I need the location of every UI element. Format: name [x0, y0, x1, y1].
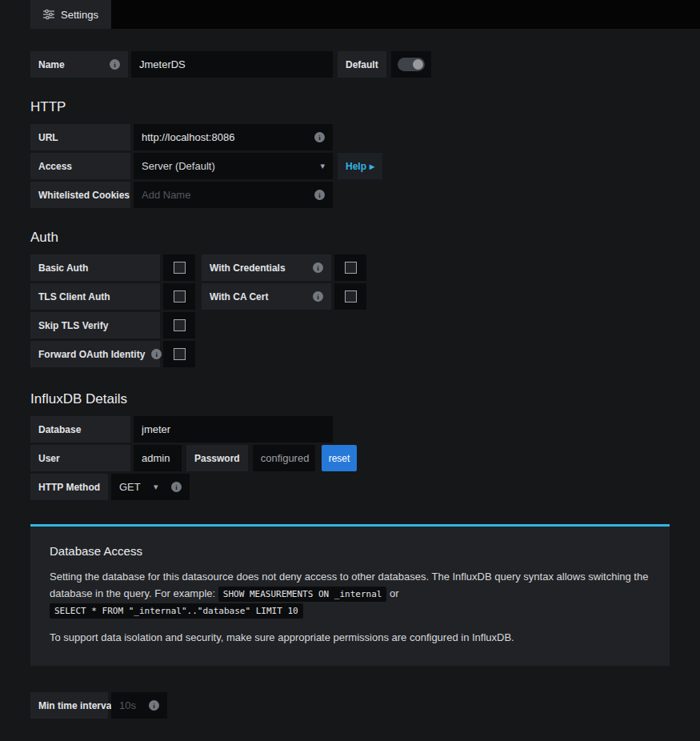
access-select-value: Server (Default)	[142, 160, 215, 172]
user-input[interactable]	[142, 452, 174, 464]
toggle-pill	[398, 58, 425, 71]
checkbox-square	[174, 348, 186, 360]
http-method-label-text: HTTP Method	[38, 482, 100, 493]
chevron-right-icon: ▸	[370, 161, 374, 172]
http-method-label: HTTP Method	[30, 474, 108, 500]
code-select-limit: SELECT * FROM "_internal".."database" LI…	[50, 603, 303, 619]
default-label-text: Default	[346, 59, 378, 70]
cookies-field: i	[134, 182, 333, 208]
access-label-text: Access	[38, 161, 72, 172]
basic-auth-label: Basic Auth	[30, 254, 160, 281]
http-method-row: HTTP Method GET ▾ i	[30, 474, 670, 500]
forward-oauth-label: Forward OAuth Identity i	[30, 341, 160, 367]
basic-auth-label-text: Basic Auth	[38, 262, 88, 274]
tls-client-auth-label: TLS Client Auth	[30, 283, 160, 310]
password-status-text: configured	[261, 452, 310, 464]
checkbox-square	[345, 262, 357, 274]
infobox-title: Database Access	[50, 544, 650, 558]
info-icon: i	[313, 291, 323, 302]
basic-auth-row: Basic Auth	[30, 254, 195, 281]
info-icon: i	[313, 262, 323, 273]
tls-client-auth-row: TLS Client Auth	[30, 283, 195, 310]
page-header: Settings	[0, 0, 700, 29]
checkbox-square	[174, 262, 186, 274]
user-password-row: User Password configured reset	[30, 445, 670, 471]
with-credentials-row: With Credentials i	[202, 254, 366, 281]
auth-left-column: Basic Auth TLS Client Auth Skip TLS Veri…	[30, 254, 195, 370]
infobox-paragraph-1: Setting the database for this datasource…	[50, 569, 650, 619]
with-credentials-checkbox[interactable]	[334, 254, 366, 281]
forward-oauth-checkbox[interactable]	[163, 341, 195, 367]
info-icon: i	[149, 700, 159, 711]
skip-tls-verify-label-text: Skip TLS Verify	[38, 320, 108, 331]
access-select[interactable]: Server (Default) ▾	[134, 153, 333, 179]
with-ca-cert-label-text: With CA Cert	[210, 291, 268, 302]
checkbox-square	[174, 319, 186, 331]
user-label-text: User	[38, 453, 60, 464]
name-row: Name i Default	[30, 51, 670, 78]
forward-oauth-row: Forward OAuth Identity i	[30, 341, 195, 367]
with-ca-cert-label: With CA Cert i	[202, 283, 331, 310]
cookies-row: Whitelisted Cookies i	[30, 182, 670, 208]
infobox-text-or: or	[390, 587, 399, 599]
database-field	[134, 416, 333, 443]
settings-form: Name i Default HTTP URL i Access Serv	[0, 51, 700, 741]
min-interval-input[interactable]	[119, 699, 142, 711]
database-input[interactable]	[142, 423, 325, 435]
user-field	[134, 445, 182, 471]
skip-tls-verify-checkbox[interactable]	[163, 312, 195, 338]
infobox-paragraph-2: To support data isolation and security, …	[50, 630, 650, 647]
password-label-text: Password	[194, 453, 240, 464]
default-toggle[interactable]	[391, 51, 431, 78]
basic-auth-checkbox[interactable]	[163, 254, 195, 281]
tab-settings[interactable]: Settings	[30, 0, 111, 29]
skip-tls-verify-label: Skip TLS Verify	[30, 312, 160, 338]
tls-client-auth-label-text: TLS Client Auth	[38, 291, 110, 302]
name-label-text: Name	[38, 59, 65, 70]
info-icon: i	[151, 349, 162, 359]
http-method-select[interactable]: GET ▾ i	[111, 474, 190, 500]
code-show-measurements: SHOW MEASUREMENTS ON _internal	[218, 587, 387, 602]
forward-oauth-label-text: Forward OAuth Identity	[38, 349, 145, 360]
auth-right-column: With Credentials i With CA Cert i	[202, 254, 366, 312]
database-access-infobox: Database Access Setting the database for…	[30, 524, 670, 666]
user-label: User	[30, 445, 130, 471]
name-input[interactable]	[139, 58, 325, 70]
with-credentials-label-text: With Credentials	[210, 262, 286, 274]
chevron-down-icon: ▾	[154, 482, 158, 492]
url-field: i	[134, 124, 333, 150]
info-icon: i	[171, 482, 182, 492]
with-ca-cert-row: With CA Cert i	[202, 283, 366, 310]
tls-client-auth-checkbox[interactable]	[163, 283, 195, 310]
min-interval-label: Min time interval	[30, 692, 108, 719]
name-label: Name i	[30, 51, 128, 78]
checkbox-square	[174, 290, 186, 302]
info-icon: i	[314, 190, 325, 200]
cookies-input[interactable]	[142, 189, 308, 201]
min-interval-label-text: Min time interval	[38, 700, 114, 711]
name-field	[131, 51, 333, 78]
http-section-title: HTTP	[30, 99, 670, 115]
auth-section-title: Auth	[30, 230, 670, 246]
help-button-label: Help	[346, 161, 366, 172]
database-label: Database	[30, 416, 130, 443]
password-status-field: configured	[253, 445, 315, 471]
url-label: URL	[30, 124, 130, 150]
http-method-value: GET	[119, 481, 141, 493]
with-credentials-label: With Credentials i	[202, 254, 331, 281]
info-icon: i	[110, 59, 120, 70]
skip-tls-verify-row: Skip TLS Verify	[30, 312, 195, 338]
with-ca-cert-checkbox[interactable]	[334, 283, 366, 310]
sliders-icon	[43, 9, 54, 20]
url-input[interactable]	[142, 131, 308, 143]
access-row: Access Server (Default) ▾ Help ▸	[30, 153, 670, 179]
min-interval-field: i	[111, 692, 167, 719]
password-label: Password	[186, 445, 248, 471]
checkbox-square	[345, 290, 357, 302]
cookies-label-text: Whitelisted Cookies	[38, 190, 130, 201]
password-reset-button[interactable]: reset	[322, 445, 358, 471]
database-label-text: Database	[38, 424, 81, 435]
default-label: Default	[338, 51, 386, 78]
help-button[interactable]: Help ▸	[338, 153, 382, 179]
chevron-down-icon: ▾	[320, 161, 325, 171]
